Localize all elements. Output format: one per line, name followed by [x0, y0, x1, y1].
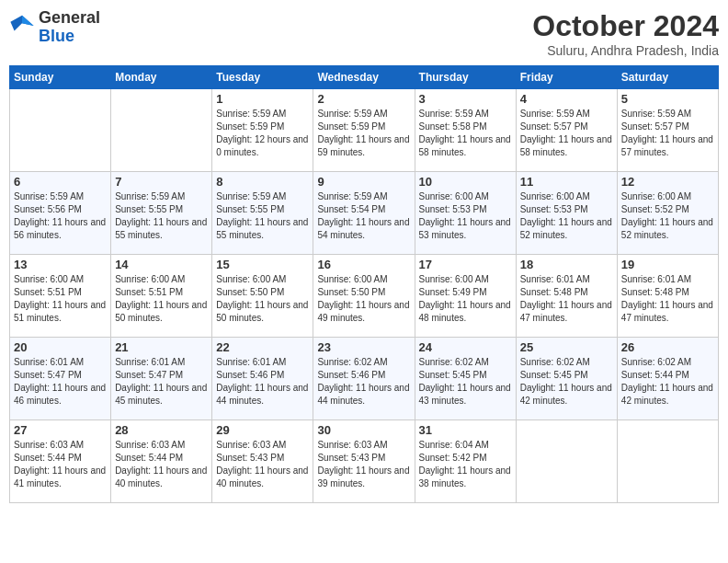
- day-info: Sunrise: 6:03 AM Sunset: 5:44 PM Dayligh…: [14, 439, 107, 490]
- svg-marker-1: [22, 16, 34, 26]
- calendar-cell: 6Sunrise: 5:59 AM Sunset: 5:56 PM Daylig…: [10, 172, 111, 255]
- calendar-cell: 17Sunrise: 6:00 AM Sunset: 5:49 PM Dayli…: [415, 255, 516, 338]
- day-info: Sunrise: 6:03 AM Sunset: 5:43 PM Dayligh…: [317, 439, 410, 490]
- calendar-cell: [111, 89, 212, 172]
- day-info: Sunrise: 5:59 AM Sunset: 5:59 PM Dayligh…: [317, 108, 410, 159]
- day-number: 21: [115, 340, 208, 354]
- calendar-cell: 22Sunrise: 6:01 AM Sunset: 5:46 PM Dayli…: [212, 338, 313, 420]
- weekday-header: Thursday: [415, 66, 516, 89]
- logo-icon: [9, 13, 35, 42]
- day-number: 18: [520, 258, 613, 271]
- day-number: 15: [216, 258, 309, 271]
- calendar-cell: 18Sunrise: 6:01 AM Sunset: 5:48 PM Dayli…: [516, 255, 617, 338]
- weekday-header: Tuesday: [212, 66, 313, 89]
- day-info: Sunrise: 6:00 AM Sunset: 5:50 PM Dayligh…: [216, 273, 309, 325]
- calendar-cell: 8Sunrise: 5:59 AM Sunset: 5:55 PM Daylig…: [212, 172, 313, 255]
- calendar-cell: [617, 420, 718, 503]
- day-number: 5: [621, 92, 714, 106]
- calendar-cell: 4Sunrise: 5:59 AM Sunset: 5:57 PM Daylig…: [516, 89, 617, 172]
- weekday-header: Monday: [111, 66, 212, 89]
- day-number: 19: [621, 258, 714, 271]
- calendar-cell: 23Sunrise: 6:02 AM Sunset: 5:46 PM Dayli…: [313, 338, 415, 420]
- calendar-cell: 2Sunrise: 5:59 AM Sunset: 5:59 PM Daylig…: [313, 89, 415, 172]
- calendar-cell: 21Sunrise: 6:01 AM Sunset: 5:47 PM Dayli…: [111, 338, 212, 420]
- day-info: Sunrise: 6:03 AM Sunset: 5:43 PM Dayligh…: [216, 439, 309, 490]
- calendar-cell: 30Sunrise: 6:03 AM Sunset: 5:43 PM Dayli…: [313, 420, 415, 503]
- calendar-cell: 26Sunrise: 6:02 AM Sunset: 5:44 PM Dayli…: [617, 338, 718, 420]
- day-number: 8: [216, 175, 309, 189]
- day-number: 24: [419, 340, 512, 354]
- day-number: 12: [621, 175, 714, 189]
- day-info: Sunrise: 6:02 AM Sunset: 5:44 PM Dayligh…: [621, 356, 714, 408]
- day-number: 31: [419, 423, 512, 437]
- calendar-cell: 11Sunrise: 6:00 AM Sunset: 5:53 PM Dayli…: [516, 172, 617, 255]
- day-info: Sunrise: 6:02 AM Sunset: 5:45 PM Dayligh…: [419, 356, 512, 408]
- calendar-week-row: 20Sunrise: 6:01 AM Sunset: 5:47 PM Dayli…: [10, 338, 719, 420]
- day-info: Sunrise: 6:00 AM Sunset: 5:50 PM Dayligh…: [317, 273, 410, 325]
- calendar-cell: 3Sunrise: 5:59 AM Sunset: 5:58 PM Daylig…: [415, 89, 516, 172]
- calendar-week-row: 13Sunrise: 6:00 AM Sunset: 5:51 PM Dayli…: [10, 255, 719, 338]
- location-subtitle: Suluru, Andhra Pradesh, India: [532, 43, 719, 58]
- calendar-cell: 20Sunrise: 6:01 AM Sunset: 5:47 PM Dayli…: [10, 338, 111, 420]
- calendar-week-row: 1Sunrise: 5:59 AM Sunset: 5:59 PM Daylig…: [10, 89, 719, 172]
- day-info: Sunrise: 6:02 AM Sunset: 5:46 PM Dayligh…: [317, 356, 410, 408]
- day-number: 22: [216, 340, 309, 354]
- day-number: 7: [115, 175, 208, 189]
- calendar-cell: [516, 420, 617, 503]
- day-info: Sunrise: 5:59 AM Sunset: 5:55 PM Dayligh…: [216, 190, 309, 242]
- day-info: Sunrise: 6:00 AM Sunset: 5:53 PM Dayligh…: [520, 190, 613, 242]
- calendar-cell: 29Sunrise: 6:03 AM Sunset: 5:43 PM Dayli…: [212, 420, 313, 503]
- day-number: 26: [621, 340, 714, 354]
- day-number: 3: [419, 92, 512, 106]
- day-info: Sunrise: 6:02 AM Sunset: 5:45 PM Dayligh…: [520, 356, 613, 408]
- day-info: Sunrise: 6:01 AM Sunset: 5:47 PM Dayligh…: [115, 356, 208, 408]
- day-info: Sunrise: 6:00 AM Sunset: 5:52 PM Dayligh…: [621, 190, 714, 242]
- month-title: October 2024: [532, 9, 719, 43]
- day-number: 23: [317, 340, 410, 354]
- day-info: Sunrise: 6:00 AM Sunset: 5:49 PM Dayligh…: [419, 273, 512, 325]
- calendar-cell: 9Sunrise: 5:59 AM Sunset: 5:54 PM Daylig…: [313, 172, 415, 255]
- calendar-cell: 10Sunrise: 6:00 AM Sunset: 5:53 PM Dayli…: [415, 172, 516, 255]
- logo-text: General Blue: [39, 9, 100, 46]
- day-number: 2: [317, 92, 410, 106]
- calendar-cell: 31Sunrise: 6:04 AM Sunset: 5:42 PM Dayli…: [415, 420, 516, 503]
- day-number: 11: [520, 175, 613, 189]
- day-info: Sunrise: 5:59 AM Sunset: 5:54 PM Dayligh…: [317, 190, 410, 242]
- day-info: Sunrise: 5:59 AM Sunset: 5:57 PM Dayligh…: [621, 108, 714, 159]
- calendar-cell: 15Sunrise: 6:00 AM Sunset: 5:50 PM Dayli…: [212, 255, 313, 338]
- calendar-cell: 5Sunrise: 5:59 AM Sunset: 5:57 PM Daylig…: [617, 89, 718, 172]
- day-info: Sunrise: 6:01 AM Sunset: 5:48 PM Dayligh…: [520, 273, 613, 325]
- day-number: 9: [317, 175, 410, 189]
- day-info: Sunrise: 6:00 AM Sunset: 5:51 PM Dayligh…: [115, 273, 208, 325]
- day-number: 14: [115, 258, 208, 271]
- weekday-header: Friday: [516, 66, 617, 89]
- day-info: Sunrise: 6:01 AM Sunset: 5:47 PM Dayligh…: [14, 356, 107, 408]
- day-number: 13: [14, 258, 107, 271]
- page-header: General Blue October 2024 Suluru, Andhra…: [9, 9, 719, 58]
- day-number: 4: [520, 92, 613, 106]
- weekday-header: Saturday: [617, 66, 718, 89]
- calendar-week-row: 27Sunrise: 6:03 AM Sunset: 5:44 PM Dayli…: [10, 420, 719, 503]
- day-info: Sunrise: 5:59 AM Sunset: 5:57 PM Dayligh…: [520, 108, 613, 159]
- day-number: 1: [216, 92, 309, 106]
- day-number: 10: [419, 175, 512, 189]
- title-block: October 2024 Suluru, Andhra Pradesh, Ind…: [532, 9, 719, 58]
- day-info: Sunrise: 6:03 AM Sunset: 5:44 PM Dayligh…: [115, 439, 208, 490]
- weekday-header: Sunday: [10, 66, 111, 89]
- day-info: Sunrise: 6:01 AM Sunset: 5:48 PM Dayligh…: [621, 273, 714, 325]
- day-info: Sunrise: 6:00 AM Sunset: 5:51 PM Dayligh…: [14, 273, 107, 325]
- day-info: Sunrise: 5:59 AM Sunset: 5:58 PM Dayligh…: [419, 108, 512, 159]
- weekday-header-row: SundayMondayTuesdayWednesdayThursdayFrid…: [10, 66, 719, 89]
- calendar-cell: 19Sunrise: 6:01 AM Sunset: 5:48 PM Dayli…: [617, 255, 718, 338]
- calendar-cell: 12Sunrise: 6:00 AM Sunset: 5:52 PM Dayli…: [617, 172, 718, 255]
- day-info: Sunrise: 5:59 AM Sunset: 5:56 PM Dayligh…: [14, 190, 107, 242]
- calendar-cell: 28Sunrise: 6:03 AM Sunset: 5:44 PM Dayli…: [111, 420, 212, 503]
- calendar-cell: 7Sunrise: 5:59 AM Sunset: 5:55 PM Daylig…: [111, 172, 212, 255]
- day-number: 27: [14, 423, 107, 437]
- day-info: Sunrise: 6:01 AM Sunset: 5:46 PM Dayligh…: [216, 356, 309, 408]
- logo: General Blue: [9, 9, 100, 46]
- calendar-cell: 25Sunrise: 6:02 AM Sunset: 5:45 PM Dayli…: [516, 338, 617, 420]
- calendar-cell: 27Sunrise: 6:03 AM Sunset: 5:44 PM Dayli…: [10, 420, 111, 503]
- calendar-table: SundayMondayTuesdayWednesdayThursdayFrid…: [9, 65, 719, 503]
- day-number: 29: [216, 423, 309, 437]
